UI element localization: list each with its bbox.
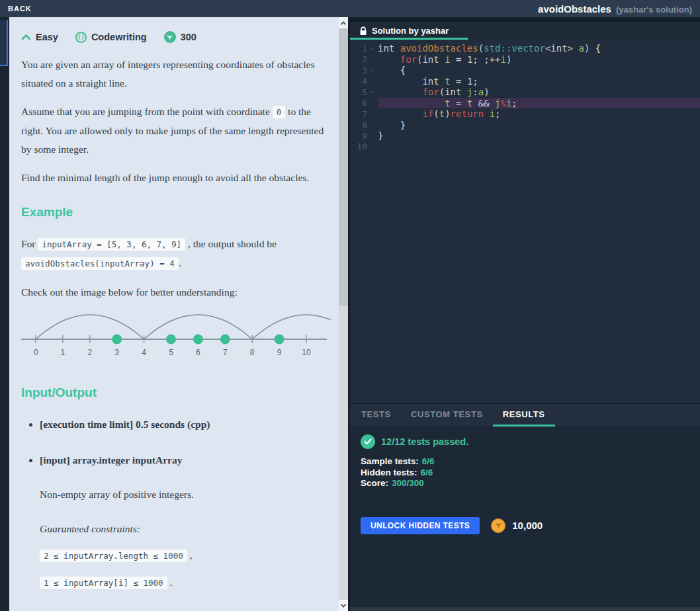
line-number: 3 <box>350 65 367 75</box>
line-number: 5 <box>350 87 367 97</box>
line-number: 7 <box>350 109 367 119</box>
io-list: [execution time limit] 0.5 seconds (cpp)… <box>40 415 326 611</box>
input-item: [input] array.integer inputArray Non-emp… <box>40 451 326 592</box>
code-line: { <box>378 65 700 76</box>
example-heading: Example <box>21 203 326 222</box>
scroll-down-icon <box>341 602 346 607</box>
coin-amount: 10,000 <box>512 520 543 531</box>
difficulty-label: Easy <box>36 28 58 46</box>
scroll-up-icon <box>341 21 346 26</box>
panel-collapse-handle[interactable] <box>0 20 8 66</box>
chevron-up-icon[interactable] <box>21 34 31 40</box>
stat-sample-tests: Sample tests:6/6 <box>361 456 689 468</box>
scroll-down-button[interactable] <box>339 600 348 611</box>
line-number: 8 <box>350 120 367 130</box>
results-content: 12/12 tests passed. Sample tests:6/6 Hid… <box>350 427 700 534</box>
tab-tests[interactable]: TESTS <box>351 404 401 427</box>
fold-toggle-icon[interactable]: ▾ <box>367 67 378 73</box>
back-button[interactable]: BACK <box>8 5 32 13</box>
reward-group: 300 <box>164 28 197 46</box>
svg-text:7: 7 <box>223 348 228 357</box>
codewriting-icon: () <box>75 32 87 43</box>
code-line: if(t)return i; <box>378 108 700 120</box>
check-icon <box>361 434 375 449</box>
top-bar: BACK avoidObstacles (yashar's solution) <box>0 0 700 17</box>
example-paragraph: For inputArray = [5, 3, 6, 7, 9] , the o… <box>21 235 326 273</box>
tab-custom-tests[interactable]: CUSTOM TESTS <box>401 404 493 427</box>
task-type-group: () Codewriting <box>75 28 147 46</box>
code-editor[interactable]: 1▾23▾45▾678910 int avoidObstacles(std::v… <box>350 40 700 403</box>
fold-toggle-icon[interactable]: ▾ <box>367 45 378 52</box>
code-line: } <box>378 130 700 142</box>
scroll-up-button[interactable] <box>339 17 348 28</box>
left-edge-strip <box>0 17 9 611</box>
line-number: 4 <box>350 76 367 86</box>
left-panel-scrollbar[interactable] <box>339 17 348 611</box>
passed-row: 12/12 tests passed. <box>361 434 689 449</box>
line-number: 2 <box>350 54 367 64</box>
task-meta-header: Easy () Codewriting 300 <box>21 28 326 46</box>
challenge-subtitle: (yashar's solution) <box>616 5 692 15</box>
stat-hidden-tests: Hidden tests:6/6 <box>361 468 689 479</box>
code-line: for(int i = 1; ;++i) <box>378 54 700 65</box>
image-caption: Check out the image below for better und… <box>21 283 326 302</box>
task-paragraph-2: Assume that you are jumping from the poi… <box>21 102 326 159</box>
inline-code-zero: 0 <box>273 106 286 118</box>
svg-text:10: 10 <box>302 348 311 357</box>
task-paragraph-1: You are given an array of integers repre… <box>21 56 326 93</box>
reward-label: 300 <box>181 28 197 46</box>
code-line: t = t && j%i; <box>378 98 700 109</box>
challenge-title: avoidObstacles <box>538 3 611 15</box>
code-line: int avoidObstacles(std::vector<int> a) { <box>378 43 700 54</box>
solution-title: Solution by yashar <box>372 26 449 36</box>
constraints-label: Guaranteed constraints: <box>40 520 326 538</box>
svg-text:5: 5 <box>169 348 173 357</box>
svg-text:3: 3 <box>114 348 119 357</box>
constraint-2: 1 ≤ inputArray[i] ≤ 1000 . <box>40 573 326 592</box>
line-number: 1 <box>350 44 367 54</box>
tests-tab-bar: TESTS CUSTOM TESTS RESULTS <box>350 403 700 427</box>
code-line: for(int j:a) <box>378 87 700 98</box>
execution-limit-item: [execution time limit] 0.5 seconds (cpp) <box>40 415 326 434</box>
scrollbar-thumb[interactable] <box>339 28 348 306</box>
line-number: 10 <box>350 142 367 151</box>
code-line <box>378 142 700 153</box>
task-paragraph-3: Find the minimal length of the jump enou… <box>21 169 326 187</box>
difficulty-group[interactable]: Easy <box>21 28 58 46</box>
number-line-figure: 012345678910 <box>21 311 326 368</box>
svg-text:6: 6 <box>196 348 200 357</box>
input-output-heading: Input/Output <box>21 384 326 402</box>
code-lines: int avoidObstacles(std::vector<int> a) {… <box>378 43 700 403</box>
constraint-1: 2 ≤ inputArray.length ≤ 1000 , <box>40 546 326 565</box>
svg-text:2: 2 <box>87 348 92 357</box>
code-line: int t = 1; <box>378 76 700 87</box>
task-type-label: Codewriting <box>91 28 147 46</box>
fold-toggle-icon[interactable]: ▾ <box>367 89 378 95</box>
svg-text:1: 1 <box>61 348 66 357</box>
unlock-hidden-tests-button[interactable]: UNLOCK HIDDEN TESTS <box>361 517 480 534</box>
solution-panel: Solution by yashar 1▾23▾45▾678910 int av… <box>350 17 700 611</box>
unlock-row: UNLOCK HIDDEN TESTS 10,000 <box>361 517 689 534</box>
task-panel: Easy () Codewriting 300 You are given an… <box>0 17 350 611</box>
bottom-status-strip <box>350 607 700 611</box>
svg-text:4: 4 <box>142 348 146 357</box>
passed-message: 12/12 tests passed. <box>381 436 468 447</box>
editor-top-strip <box>350 17 700 22</box>
editor-header[interactable]: Solution by yashar <box>350 22 700 40</box>
coin-icon <box>491 518 505 533</box>
code-line: } <box>378 120 700 131</box>
task-description: Easy () Codewriting 300 You are given an… <box>9 17 339 611</box>
line-number: 9 <box>350 131 367 141</box>
challenge-title-group: avoidObstacles (yashar's solution) <box>538 3 692 15</box>
tab-results[interactable]: RESULTS <box>493 404 555 427</box>
inline-code-input-array: inputArray = [5, 3, 6, 7, 9] <box>38 238 185 251</box>
code-gutter: 1▾23▾45▾678910 <box>350 43 378 403</box>
reward-coin-icon <box>164 31 176 43</box>
svg-text:8: 8 <box>250 348 255 357</box>
line-number: 6 <box>350 98 367 108</box>
stat-score: Score:300/300 <box>361 478 689 489</box>
input-description: Non-empty array of positive integers. <box>40 485 326 504</box>
lock-icon <box>359 26 367 36</box>
svg-text:9: 9 <box>277 348 282 357</box>
test-stats: Sample tests:6/6 Hidden tests:6/6 Score:… <box>361 456 689 489</box>
